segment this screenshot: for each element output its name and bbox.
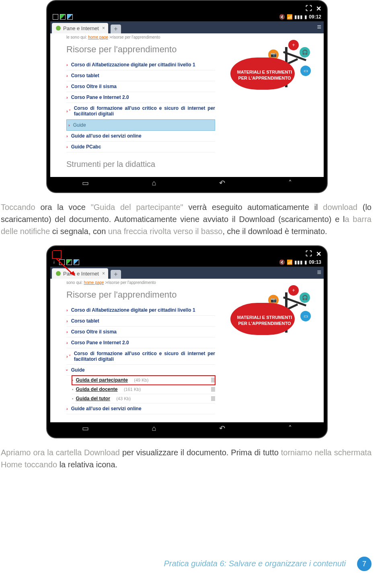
body-paragraph-1: Toccando ora la voce "Guida del partecip… <box>1 201 372 237</box>
file-size: (49 Kb) <box>134 378 148 382</box>
list-item[interactable]: ›Corso Oltre il sisma <box>66 81 215 92</box>
status-icon <box>60 14 66 20</box>
browser-menu-icon[interactable]: ≡ <box>317 268 321 277</box>
favicon-icon <box>56 26 61 31</box>
mute-icon: 🔇 <box>279 14 285 20</box>
list-item[interactable]: ›˅Corso di formazione all'uso critico e … <box>66 103 215 119</box>
file-size: (161 Kb) <box>124 387 141 392</box>
list-item[interactable]: ›Guide PCabc <box>66 142 215 152</box>
wifi-icon: 📶 <box>287 14 293 20</box>
promo-graphic: 📷 + 🎧 💬 ▭ MATERIALI E STRUMENTI PER L'AP… <box>230 37 315 90</box>
nav-menu-icon[interactable]: ˄ <box>288 179 292 187</box>
file-size: (43 Kb) <box>116 396 131 401</box>
list-item-label: Corso Oltre il sisma <box>71 84 117 89</box>
list-item[interactable]: ›Corso Pane e Internet 2.0 <box>66 337 215 348</box>
wifi-icon: 📶 <box>287 259 293 265</box>
pdf-icon <box>211 387 215 392</box>
back-icon[interactable]: ↶ <box>219 179 225 187</box>
list-item[interactable]: ›Corso Oltre il sisma <box>66 327 215 337</box>
list-item-label: Guide all'uso dei servizi online <box>71 406 142 411</box>
clock: 09:13 <box>309 259 321 265</box>
tab-close-icon[interactable]: × <box>102 271 105 276</box>
list-item[interactable]: ›Corso tablet <box>66 70 215 81</box>
plus-icon: + <box>288 285 299 296</box>
list-item[interactable]: ›˅Corso di formazione all'uso critico e … <box>66 348 215 365</box>
list-item-label: Corso tablet <box>71 73 99 78</box>
bullet-icon: • <box>72 397 74 401</box>
file-name: Guida del docente <box>76 387 118 392</box>
signal-icon: ▮▮▮ <box>294 259 303 265</box>
section-subtitle: Strumenti per la didattica <box>66 160 315 169</box>
promo-text: MATERIALI E STRUMENTI PER L'APPRENDIMENT… <box>234 315 295 326</box>
list-item[interactable]: ›Guide all'uso dei servizi online <box>66 131 215 142</box>
chevron-right-icon: › <box>66 319 68 323</box>
list-item[interactable]: ›Corso Pane e Internet 2.0 <box>66 92 215 103</box>
nav-menu-icon[interactable]: ˄ <box>288 424 292 433</box>
list-item-label: Corso di formazione all'uso critico e si… <box>74 351 215 362</box>
breadcrumb-home-link[interactable]: home page <box>88 35 108 39</box>
close-icon[interactable]: ✕ <box>316 250 321 258</box>
webpage: sono qui: home page >risorse per l'appre… <box>50 279 324 422</box>
home-icon[interactable]: ⌂ <box>152 424 156 433</box>
body-paragraph-2: Apriamo ora la cartella Download per vis… <box>1 446 372 471</box>
sub-list: •Guida del partecipante (49 Kb) •Guida d… <box>72 376 315 403</box>
footer-text: Pratica guidata 6: Salvare e organizzare… <box>164 559 346 568</box>
page-footer: Pratica guidata 6: Salvare e organizzare… <box>0 559 374 568</box>
close-icon[interactable]: ✕ <box>316 5 321 12</box>
chevron-right-icon: › <box>66 109 68 113</box>
list-item[interactable]: ›Corso tablet <box>66 316 215 327</box>
new-tab-button[interactable]: + <box>111 270 121 279</box>
chevron-right-icon: › <box>66 73 68 78</box>
list-item-selected[interactable]: ›Guide <box>66 119 215 131</box>
breadcrumb-pre: le sono qui: <box>66 35 88 39</box>
chevron-right-icon: › <box>66 62 68 67</box>
recent-apps-icon[interactable]: ▭ <box>82 424 89 433</box>
list-item-label: Corso Pane e Internet 2.0 <box>71 340 129 345</box>
browser-tabstrip: Pane e Internet × + ≡ <box>50 21 324 33</box>
android-navbar: ▭ ⌂ ↶ ˄ <box>50 177 324 189</box>
list-item[interactable]: ›Corso di Alfabetizzazione digitale per … <box>66 305 215 316</box>
chevron-right-icon: › <box>66 95 68 100</box>
browser-tab[interactable]: Pane e Internet × <box>52 23 108 33</box>
list-item-label: Corso di Alfabetizzazione digitale per c… <box>71 62 195 68</box>
back-icon[interactable]: ↶ <box>219 424 225 433</box>
android-status-bar: 🔇 📶 ▮▮▮ ▮ 09:13 <box>50 258 324 267</box>
recent-apps-icon[interactable]: ▭ <box>82 179 89 187</box>
chevron-right-icon: › <box>66 340 68 345</box>
list-item[interactable]: ›Guide all'uso dei servizi online <box>66 403 215 414</box>
breadcrumb-pre: sono qui: <box>66 280 84 285</box>
android-navbar: ▭ ⌂ ↶ ˄ <box>50 422 324 434</box>
webpage: le sono qui: home page >risorse per l'ap… <box>50 33 324 177</box>
tab-close-icon[interactable]: × <box>102 25 105 31</box>
chevron-right-icon: › <box>66 329 68 334</box>
list-item[interactable]: ›Corso di Alfabetizzazione digitale per … <box>66 60 215 70</box>
sub-item-highlighted[interactable]: •Guida del partecipante (49 Kb) <box>72 376 215 385</box>
expand-icon[interactable]: ⛶ <box>306 5 312 12</box>
sub-item[interactable]: •Guida del docente (161 Kb) <box>72 385 215 394</box>
list-item-label: Corso di Alfabetizzazione digitale per c… <box>71 307 195 313</box>
list-item-label: Guide all'uso dei servizi online <box>71 133 142 139</box>
clock: 09:12 <box>309 14 321 20</box>
status-icon <box>53 14 58 20</box>
android-status-bar: 🔇 📶 ▮▮▮ ▮ 09:12 <box>50 12 324 21</box>
signal-icon: ▮▮▮ <box>294 14 303 20</box>
breadcrumb-home-link[interactable]: home page <box>84 280 104 285</box>
chevron-right-icon: › <box>66 354 68 359</box>
sub-item[interactable]: •Guida del tutor (43 Kb) <box>72 394 215 403</box>
page-number-badge: 7 <box>357 557 372 571</box>
book-icon: ▭ <box>300 311 311 321</box>
list-item-expanded[interactable]: ›Guide <box>66 365 215 376</box>
list-item-label: Guide PCabc <box>71 144 101 150</box>
home-icon[interactable]: ⌂ <box>152 179 156 187</box>
chevron-down-icon: › <box>65 369 70 371</box>
new-tab-button[interactable]: + <box>111 25 121 33</box>
breadcrumb-post: >risorse per l'apprendimento <box>104 280 156 285</box>
chevron-right-icon: › <box>68 123 70 127</box>
chevron-right-icon: › <box>66 406 68 411</box>
list-item-label: Guide <box>71 367 85 373</box>
list-item-label: Corso Oltre il sisma <box>71 329 117 335</box>
browser-menu-icon[interactable]: ≡ <box>317 23 321 31</box>
window-controls: ⛶ ✕ <box>50 4 324 12</box>
expand-icon[interactable]: ⛶ <box>306 250 312 258</box>
window-controls: ⛶ ✕ <box>50 249 324 258</box>
